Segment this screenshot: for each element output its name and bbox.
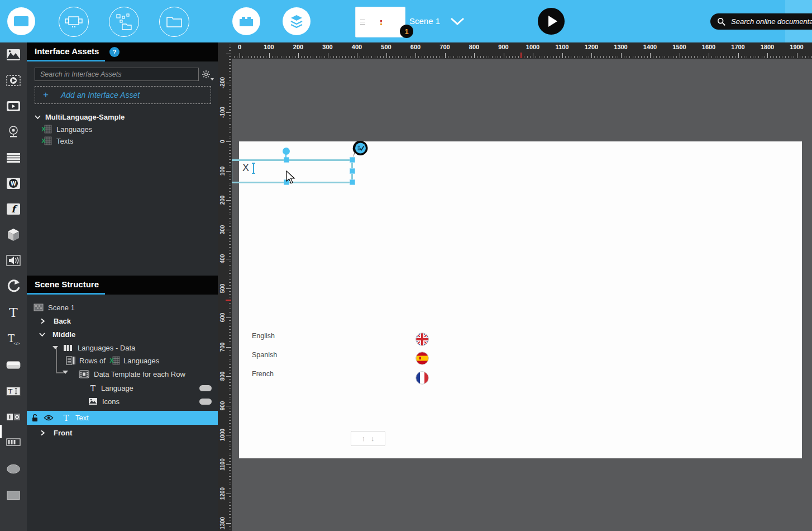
play-button[interactable]: [538, 8, 565, 35]
top-toolbar: 1 Scene 1: [0, 0, 812, 42]
asset-text-document-button[interactable]: [6, 150, 21, 165]
ruler-tick: [770, 56, 771, 58]
flag-france-icon[interactable]: [415, 371, 429, 385]
asset-toggle-button[interactable]: [6, 410, 21, 424]
ruler-tick: [229, 265, 231, 266]
ruler-tick: [340, 56, 340, 58]
handle-middle-right[interactable]: [350, 168, 355, 174]
quick-actions-bubble[interactable]: [352, 140, 369, 159]
interface-assets-button[interactable]: [232, 7, 260, 35]
interface-assets-search[interactable]: [35, 68, 199, 81]
asset-image-button[interactable]: [6, 48, 21, 62]
ruler-tick: [229, 409, 231, 409]
text-element-content[interactable]: X: [242, 162, 249, 174]
ruler-tick: [229, 332, 231, 333]
flag-spain-icon[interactable]: [415, 352, 429, 365]
asset-3d-model-button[interactable]: [6, 227, 21, 242]
scene-thumbnail[interactable]: [355, 7, 405, 37]
ruler-tick: [229, 86, 231, 86]
interface-assets-search-input[interactable]: [39, 70, 192, 79]
ruler-tick: [700, 56, 700, 58]
chevron-down-icon[interactable]: [39, 331, 45, 337]
asset-rectangle-button[interactable]: [6, 488, 21, 502]
expander-triangle-icon[interactable]: [52, 346, 58, 349]
scene-dropdown-chevron-icon[interactable]: [450, 17, 465, 26]
ruler-tick: [571, 56, 571, 58]
scenes-button[interactable]: [109, 7, 139, 37]
ruler-tick: [229, 476, 231, 477]
ruler-tick: [226, 523, 231, 524]
online-doc-search[interactable]: [710, 13, 812, 30]
asset-rich-text-button[interactable]: T </>: [6, 332, 21, 347]
ruler-tick: [229, 268, 231, 268]
ss-row-text-selected[interactable]: T Text: [27, 411, 218, 425]
ruler-tick: [310, 56, 311, 58]
ruler-tick: [718, 56, 718, 58]
ss-row-middle[interactable]: Middle: [27, 328, 230, 341]
ruler-tick: [229, 80, 231, 80]
brick-icon: [238, 15, 254, 27]
toolbar-selection-indicator: [0, 425, 2, 438]
handle-top-center[interactable]: [284, 157, 289, 163]
ia-item-texts[interactable]: X Texts: [27, 135, 232, 147]
ruler-tick: [556, 56, 557, 58]
scene-name-label[interactable]: Scene 1: [409, 16, 440, 26]
gear-icon[interactable]: [202, 70, 211, 79]
asset-data-grid-button[interactable]: [6, 435, 21, 449]
ruler-tick: [229, 326, 231, 327]
binding-pill[interactable]: [199, 385, 212, 391]
asset-text-input-button[interactable]: T: [6, 384, 21, 399]
asset-video-button[interactable]: [6, 73, 21, 88]
language-item-label[interactable]: English: [252, 332, 275, 340]
chevron-right-icon[interactable]: [40, 318, 45, 324]
experience-button[interactable]: [59, 7, 89, 37]
ruler-tick: [621, 53, 622, 58]
ruler-tick: [565, 56, 566, 58]
ia-item-languages[interactable]: X Languages: [27, 123, 232, 135]
asset-flash-button[interactable]: f: [6, 202, 21, 216]
ss-row-scene[interactable]: Scene 1: [27, 301, 225, 314]
asset-audio-button[interactable]: [6, 253, 21, 268]
unlock-icon[interactable]: [31, 414, 39, 422]
language-item-label[interactable]: French: [252, 370, 274, 378]
gear-dropdown-arrow-icon[interactable]: [211, 78, 214, 80]
scene-canvas[interactable]: English Spanish French: [239, 141, 802, 458]
asset-video-player-button[interactable]: [6, 99, 21, 113]
asset-text-button[interactable]: T: [6, 305, 21, 320]
help-icon[interactable]: ?: [109, 47, 120, 57]
ss-row-back[interactable]: Back: [27, 314, 231, 328]
asset-ellipse-button[interactable]: [6, 462, 21, 476]
interface-assets-underline: [27, 60, 105, 61]
asset-word-button[interactable]: W: [6, 176, 21, 191]
ruler-tick: [229, 402, 231, 403]
scroll-up-icon[interactable]: ↑: [362, 434, 366, 443]
home-button[interactable]: [7, 7, 35, 35]
ss-row-languages-data[interactable]: Languages - Data: [27, 341, 243, 354]
ruler-tick: [360, 56, 360, 58]
eye-icon[interactable]: [44, 414, 54, 421]
layers-button[interactable]: [283, 7, 311, 35]
canvas-pasteboard[interactable]: English Spanish French: [232, 59, 812, 531]
text-caret: [253, 164, 254, 173]
online-doc-search-input[interactable]: [730, 17, 812, 26]
ruler-tick: [518, 56, 519, 58]
list-scroll-control[interactable]: ↑ ↓: [351, 431, 385, 446]
asset-animation-button[interactable]: [6, 279, 21, 293]
ss-front-label: Front: [54, 429, 72, 437]
ia-group-row[interactable]: MultiLanguage-Sample: [27, 111, 226, 123]
asset-button-button[interactable]: [6, 358, 21, 372]
add-interface-asset-button[interactable]: + Add an Interface Asset: [35, 86, 211, 104]
flag-united-kingdom-icon[interactable]: [415, 333, 429, 346]
binding-pill[interactable]: [199, 399, 212, 405]
language-item-label[interactable]: Spanish: [252, 351, 277, 359]
chevron-down-icon[interactable]: [35, 114, 41, 120]
thumb-line: [360, 20, 365, 20]
ruler-tick: [229, 206, 231, 207]
ss-row-front[interactable]: Front: [27, 426, 231, 439]
chevron-right-icon[interactable]: [40, 430, 45, 436]
files-button[interactable]: [159, 7, 189, 37]
handle-bottom-right[interactable]: [350, 179, 355, 185]
asset-webcam-button[interactable]: [6, 125, 21, 139]
scroll-down-icon[interactable]: ↓: [371, 434, 375, 443]
ellipse-icon: [6, 462, 21, 476]
